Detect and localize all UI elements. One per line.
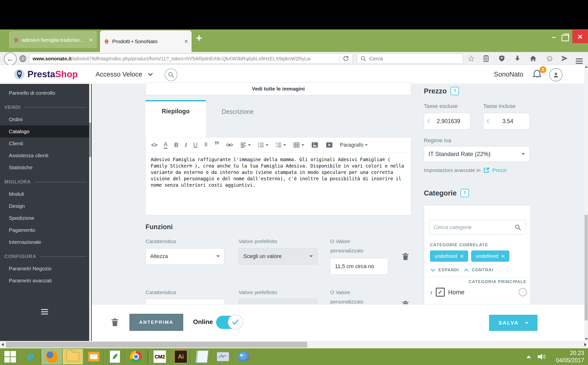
salva-button[interactable]: SALVA <box>489 315 538 331</box>
toolbar-forecolor-button[interactable]: A <box>164 141 168 149</box>
editor-textarea[interactable]: Adesivo Famiglia raffigurante l'immagine… <box>146 153 411 215</box>
browser-tab-2-active[interactable]: Prodotti • SonoNato × <box>100 30 192 52</box>
valore-prefefinito-select[interactable]: Scegli un valore <box>239 248 318 264</box>
regime-iva-select[interactable]: IT Standard Rate (22%) <box>424 146 530 162</box>
taskbar-cm2-app-icon[interactable]: CM2 <box>150 349 170 364</box>
new-tab-button[interactable]: + <box>196 33 202 43</box>
volume-speaker-icon[interactable] <box>538 353 546 360</box>
toolbar-italic-button[interactable]: I <box>185 142 187 148</box>
sidebar-item-clienti[interactable]: Clienti <box>0 137 91 149</box>
smiley-icon[interactable]: ☺ <box>545 53 554 63</box>
back-button[interactable]: ← <box>4 52 17 65</box>
toolbar-strikethrough-button[interactable]: T <box>204 142 208 148</box>
tab2-close-icon[interactable]: × <box>184 38 188 45</box>
toolbar-blockquote-button[interactable]: ” <box>214 143 219 147</box>
sidebar-item-pagamento[interactable]: Pagamento <box>0 224 91 236</box>
start-button[interactable] <box>0 349 20 364</box>
taskbar-chrome-icon[interactable] <box>126 349 146 364</box>
downloads-icon[interactable] <box>514 54 521 62</box>
price-incl-input[interactable]: € 3.54 <box>483 113 530 130</box>
search-bar[interactable]: Cerca <box>357 53 463 64</box>
toolbar-bold-button[interactable]: B <box>174 142 178 148</box>
toolbar-align-button[interactable] <box>240 142 251 148</box>
tag-remove-icon[interactable]: × <box>460 252 464 260</box>
taskbar-notepad-icon[interactable] <box>192 349 212 364</box>
horizontal-scrollbar-thumb[interactable] <box>6 342 307 348</box>
footer-trash-icon[interactable] <box>110 317 120 327</box>
scroll-left-arrow[interactable] <box>1 343 4 346</box>
browser-tab-1[interactable]: adesivo famiglia tradizion... × <box>9 31 97 48</box>
sidebar-item-ordini[interactable]: Ordini <box>0 113 91 125</box>
main-category-radio[interactable] <box>519 288 527 296</box>
bookmarks-menu-icon[interactable] <box>482 54 490 62</box>
sidebar-item-catalogo[interactable]: Catalogo <box>0 125 91 137</box>
toolbar-code-button[interactable]: <> <box>151 142 157 148</box>
sidebar-scrollbar[interactable] <box>89 84 91 341</box>
taskbar-fish-app-icon[interactable] <box>234 349 254 364</box>
home-checkbox[interactable]: ✓ <box>436 288 445 297</box>
valore-personalizzato-input[interactable]: 11,5 cm circa no <box>330 258 388 275</box>
toolbar-image-icon[interactable] <box>311 141 319 149</box>
send-tab-icon[interactable] <box>561 54 568 62</box>
category-tag-2[interactable]: undefined × <box>471 250 509 262</box>
prezzo-help-icon[interactable]: ? <box>451 87 459 95</box>
sidebar-item-spedizione[interactable]: Spedizione <box>0 212 91 224</box>
window-close-button[interactable]: × <box>572 30 588 43</box>
sidebar-item-parametri-negozio[interactable]: Parametri Negozio <box>0 262 91 274</box>
sidebar-item-design[interactable]: Design <box>0 200 91 212</box>
url-bar[interactable]: www.sononato.it/admin479dfntag/index.php… <box>29 53 353 64</box>
contrai-link[interactable]: CONTRAI <box>472 268 493 273</box>
shop-name[interactable]: SonoNato <box>494 71 523 78</box>
toolbar-paragraph-dropdown[interactable]: Paragrafo <box>340 142 368 148</box>
categorie-help-icon[interactable]: ? <box>461 189 469 197</box>
vertical-scrollbar[interactable] <box>584 65 588 341</box>
sidebar-item-parametri-avanzati[interactable]: Parametri avanzati <box>0 274 91 287</box>
toolbar-underline-button[interactable]: U <box>193 142 197 148</box>
quick-access-dropdown[interactable]: Accesso Veloce <box>96 65 154 84</box>
online-toggle[interactable] <box>216 315 243 329</box>
toolbar-media-icon[interactable] <box>325 141 333 149</box>
category-tag-1[interactable]: undefined × <box>430 250 468 262</box>
sidebar-item-assistenza[interactable]: Assistenza clienti <box>0 149 91 161</box>
toolbar-bullet-list-button[interactable] <box>257 142 269 148</box>
taskbar-feather-app-icon[interactable] <box>105 349 125 364</box>
vertical-scrollbar-thumb[interactable] <box>585 215 588 320</box>
shield-icon[interactable] <box>498 54 506 62</box>
toolbar-table-button[interactable] <box>293 141 304 149</box>
sidebar-item-pannello[interactable]: Pannello di controllo <box>0 87 91 99</box>
category-search-input[interactable]: Cerca categorie <box>429 220 526 235</box>
taskbar-firefox-icon[interactable] <box>42 349 62 364</box>
tag-remove-icon[interactable]: × <box>501 252 505 260</box>
sidebar-item-statistiche[interactable]: Statistiche <box>0 161 91 173</box>
sidebar-scrollbar-thumb[interactable] <box>89 123 91 157</box>
feature-row1-trash-icon[interactable] <box>401 252 410 261</box>
tab-descrizione[interactable]: Descrizione <box>208 104 267 120</box>
sidebar-item-moduli[interactable]: Moduli <box>0 188 91 200</box>
view-all-images-button[interactable]: Vedi tutte le immagini <box>146 82 411 95</box>
toolbar-numbered-list-button[interactable] <box>275 142 286 148</box>
taskbar-clock[interactable]: 20.23 04/05/2017 <box>556 349 584 364</box>
price-excl-input[interactable]: € 2,901639 <box>424 113 470 130</box>
profile-avatar[interactable] <box>549 68 563 81</box>
scroll-up-arrow[interactable] <box>585 66 588 68</box>
espandi-link[interactable]: ESPANDI <box>438 268 459 273</box>
expand-node-icon[interactable]: › <box>430 288 432 296</box>
reload-icon[interactable] <box>343 55 349 62</box>
tray-expand-arrow[interactable] <box>527 355 531 358</box>
toolbar-link-icon[interactable] <box>226 141 233 149</box>
horizontal-scrollbar[interactable] <box>0 341 588 348</box>
tab-riepilogo[interactable]: Riepilogo <box>146 100 206 137</box>
tab1-close-icon[interactable]: × <box>89 37 93 43</box>
window-minimize-button[interactable]: – <box>548 33 559 41</box>
prezzi-link[interactable]: Prezzi <box>492 167 506 173</box>
bookmark-star-icon[interactable]: ☆ <box>467 53 475 63</box>
sidebar-item-internazionale[interactable]: Internazionale <box>0 236 91 248</box>
taskbar-illustrator-icon[interactable]: Ai <box>171 349 191 364</box>
taskbar-explorer-icon[interactable] <box>63 349 83 364</box>
scroll-down-arrow[interactable] <box>585 338 588 340</box>
menu-hamburger-icon[interactable] <box>576 58 583 59</box>
caratteristica-select[interactable]: Altezza <box>146 248 224 264</box>
scroll-right-arrow[interactable] <box>584 343 587 346</box>
home-icon[interactable] <box>529 54 537 62</box>
taskbar-ie-icon[interactable]: e <box>21 349 41 364</box>
